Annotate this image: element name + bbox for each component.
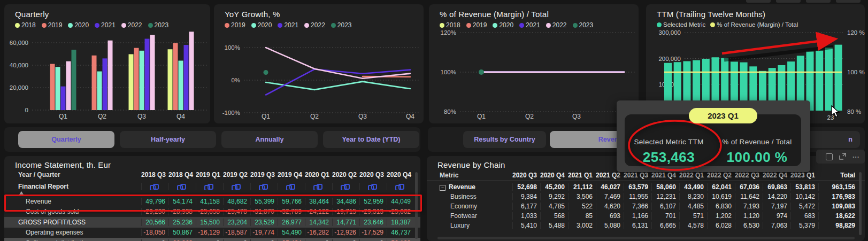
table-row-operating-expenses[interactable]: Operating expenses-18,05050,867-16,129-1… — [4, 228, 420, 238]
button-half-yearly[interactable]: Half-yearly — [120, 131, 216, 148]
focus-mode-icon[interactable] — [839, 153, 846, 161]
bar-2020-Q2[interactable] — [97, 72, 102, 110]
red-box-annotation — [4, 195, 422, 212]
column-header[interactable]: 2022 Q2 — [707, 172, 735, 179]
column-header[interactable]: 2022 Q1 — [679, 172, 707, 179]
panel-yoy-growth-chart: YoY Growth, % 20192020202120222023 100%0… — [214, 4, 424, 123]
bar-2021-Q2[interactable] — [103, 58, 107, 110]
cell: 701 — [651, 212, 679, 220]
table-row-footwear[interactable]: Footwear1,033568856931,1667015711,2021,1… — [427, 211, 865, 221]
link-icon[interactable] — [286, 184, 294, 189]
column-header[interactable]: 2018 Q4 — [168, 171, 196, 178]
cell: 50,867 — [168, 229, 196, 236]
bar-2020-Q4[interactable] — [179, 60, 183, 110]
more-options-icon[interactable]: ··· — [852, 153, 859, 160]
link-icon[interactable] — [395, 184, 403, 189]
column-header[interactable]: 2020 Q4 — [540, 172, 568, 179]
column-header[interactable]: 2020 Q4 — [387, 171, 414, 178]
link-icon[interactable] — [259, 184, 267, 189]
link-icon[interactable] — [368, 184, 376, 189]
axis-label: 200,000 — [658, 56, 681, 62]
column-header[interactable]: 2020 Q1 — [305, 171, 332, 178]
bar-2022-Q2[interactable] — [108, 41, 113, 110]
table-row-selling-and-distribution-expenses[interactable]: Selling and distribution expenses0-20,86… — [4, 238, 420, 241]
cell: 3,506 — [568, 193, 596, 200]
link-icon[interactable] — [150, 184, 158, 189]
revenue-by-chain-scrollbar[interactable] — [859, 172, 862, 235]
ttm-bar-2022 Q4[interactable] — [825, 48, 833, 111]
column-header[interactable]: 2019 Q4 — [278, 171, 305, 178]
axis-label: 20,000 — [10, 84, 28, 91]
cell: 14,771 — [332, 219, 359, 226]
clipped-top-button[interactable] — [776, 0, 801, 3]
bar-2019-Q4[interactable] — [173, 43, 178, 110]
revenue-by-chain-hscrollbar[interactable] — [437, 237, 855, 239]
bar-2019-Q3[interactable] — [134, 48, 139, 110]
cell: 10,142 — [790, 193, 818, 200]
column-header[interactable]: 2018 Q3 — [141, 171, 168, 178]
cell: 67,036 — [735, 183, 763, 191]
link-icon[interactable] — [177, 184, 185, 189]
bar-2022-Q3[interactable] — [150, 35, 155, 110]
axis-label: 80 % — [847, 108, 861, 115]
column-header[interactable]: 2020 Q3 — [359, 171, 387, 178]
column-header[interactable]: 2019 Q3 — [250, 171, 278, 178]
button-results-by-country[interactable]: Results by Country — [463, 131, 546, 148]
column-header[interactable]: Total — [818, 172, 858, 179]
bar-2020-Q3[interactable] — [140, 51, 144, 110]
bar-2019-Q1[interactable] — [50, 64, 55, 110]
column-header[interactable]: 2021 Q3 — [624, 172, 651, 179]
column-header[interactable]: 2020 Q3 — [512, 172, 540, 179]
bar-2021-Q3[interactable] — [145, 38, 150, 110]
bar-2022-Q1[interactable] — [66, 61, 71, 110]
link-icon[interactable] — [232, 184, 240, 189]
bar-2021-Q1[interactable] — [61, 87, 66, 110]
column-header[interactable]: 2021 Q1 — [568, 172, 596, 179]
axis-label: 0% — [231, 77, 240, 83]
line-2022[interactable] — [266, 48, 410, 79]
column-header[interactable]: 2023 Q1 — [790, 172, 818, 179]
bar-2022-Q4[interactable] — [189, 32, 194, 110]
column-header[interactable]: 2021 Q2 — [596, 172, 624, 179]
point-2023[interactable] — [264, 70, 268, 75]
button-year-to-date-ytd-[interactable]: Year to Date (YTD) — [323, 131, 419, 148]
link-icon[interactable] — [204, 184, 212, 189]
column-header[interactable]: 2019 Q1 — [196, 171, 223, 178]
column-header[interactable]: 2020 Q2 — [332, 171, 359, 178]
button-annually[interactable]: Annually — [221, 131, 318, 148]
column-header[interactable]: 2022 Q4 — [763, 172, 790, 179]
clipped-top-button[interactable] — [806, 0, 831, 3]
bar-2019-Q2[interactable] — [92, 56, 97, 110]
axis-label: 100% — [441, 69, 456, 75]
collapse-icon[interactable]: − — [440, 185, 445, 191]
bar-2018-Q4[interactable] — [168, 49, 173, 110]
bar-2018-Q3[interactable] — [129, 54, 134, 110]
ttm-bar-2022 Q3[interactable] — [816, 51, 823, 111]
column-header[interactable]: 2022 Q3 — [735, 172, 763, 179]
clipped-top-button[interactable] — [746, 0, 771, 3]
column-header[interactable]: 2021 Q4 — [651, 172, 679, 179]
cell: 974 — [763, 212, 790, 220]
button-quarterly[interactable]: Quarterly — [18, 131, 114, 148]
table-row-luxury[interactable]: Luxury5,4105,4883,0025,0806,1316,6654,57… — [427, 221, 865, 230]
bar-2021-Q4[interactable] — [184, 45, 189, 110]
bar-2020-Q1[interactable] — [56, 67, 60, 110]
bar-2023-Q1[interactable] — [72, 50, 76, 110]
column-header[interactable]: 2019 Q2 — [223, 171, 250, 178]
clipped-icon[interactable] — [826, 153, 833, 160]
clipped-top-button[interactable] — [836, 0, 861, 3]
axis-label: Q2 — [98, 113, 106, 120]
table-row-gross-profit-loss[interactable]: GROSS PROFIT/LOSS20,56625,23615,50023,20… — [4, 217, 420, 228]
point-2023[interactable] — [479, 69, 484, 75]
table-row-business[interactable]: Business9,3849,2923,5067,46911,95512,231… — [427, 192, 865, 201]
visual-header-bar: ··· — [816, 150, 865, 164]
button-label: Results by Country — [474, 136, 535, 143]
link-icon[interactable] — [341, 184, 349, 189]
table-row-revenue[interactable]: −Revenue52,69845,20021,11246,02763,57958… — [427, 182, 865, 192]
cell: 7,193 — [735, 203, 763, 210]
cell: -16,282 — [305, 229, 332, 236]
ttm-bar-2023 Q1[interactable] — [835, 45, 842, 111]
cell: 54,490 — [278, 229, 305, 236]
link-icon[interactable] — [313, 184, 321, 189]
table-row-economy[interactable]: Economy6,1774,7855224,6207,3666,1074,485… — [427, 201, 865, 211]
